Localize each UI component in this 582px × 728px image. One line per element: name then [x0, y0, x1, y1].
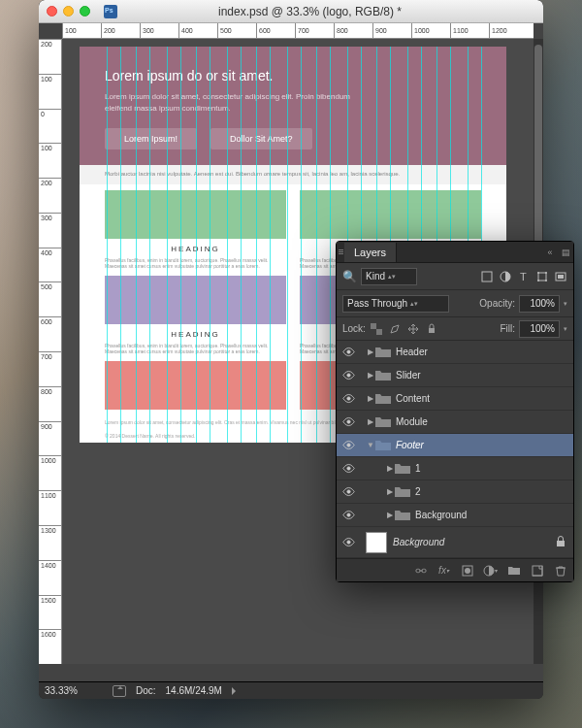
layer-filter-row: 🔍 Kind ▴▾ T: [337, 263, 573, 290]
layers-panel[interactable]: Layers « ▤ 🔍 Kind ▴▾ T Pass Through ▴▾ O…: [336, 241, 574, 582]
blend-opacity-row: Pass Through ▴▾ Opacity: 100% ▾: [337, 290, 573, 317]
filter-type-icon[interactable]: T: [516, 269, 531, 283]
svg-rect-0: [482, 272, 492, 281]
export-icon[interactable]: [113, 685, 126, 697]
fill-input[interactable]: 100%: [519, 320, 560, 338]
lock-transparency-icon[interactable]: [370, 321, 384, 336]
visibility-toggle-icon[interactable]: [337, 392, 360, 405]
layer-row-header[interactable]: ▶Header: [337, 341, 573, 364]
opacity-input[interactable]: 100%: [519, 295, 560, 313]
lock-pixels-icon[interactable]: [388, 321, 403, 336]
folder-icon: [375, 393, 391, 405]
filter-kind-select[interactable]: Kind ▴▾: [361, 268, 417, 285]
ruler-horizontal[interactable]: 100200300400500600700800900100011001200: [62, 23, 534, 39]
svg-rect-10: [371, 323, 376, 329]
content-block-purple: [105, 276, 286, 324]
layer-row-content[interactable]: ▶Content: [337, 387, 573, 411]
window-title: index.psd @ 33.3% (logo, RGB/8) *: [84, 5, 535, 18]
svg-point-17: [346, 444, 349, 447]
ruler-vertical[interactable]: 2001000100200300400500600700800900100011…: [39, 39, 62, 664]
visibility-toggle-icon[interactable]: [337, 439, 360, 451]
visibility-toggle-icon[interactable]: [337, 536, 360, 548]
zoom-readout[interactable]: 33.33%: [45, 685, 103, 696]
add-mask-icon[interactable]: [460, 563, 474, 578]
content-heading: HEADING: [105, 245, 286, 253]
svg-rect-29: [533, 566, 542, 576]
hero-button-2: Dollor Sit Amet?: [210, 128, 312, 149]
panel-close-icon[interactable]: «: [542, 248, 558, 257]
svg-rect-22: [557, 541, 565, 546]
visibility-toggle-icon[interactable]: [337, 369, 360, 381]
disclosure-right-icon[interactable]: ▶: [366, 394, 375, 403]
lock-position-icon[interactable]: [406, 321, 421, 336]
content-block-green: [105, 190, 286, 239]
doc-size-value: 14.6M/24.9M: [166, 685, 222, 696]
link-layers-icon[interactable]: [413, 563, 428, 578]
folder-icon: [395, 463, 410, 475]
layer-row-background[interactable]: ▶Background: [337, 504, 573, 527]
folder-icon: [375, 416, 391, 428]
opacity-value: 100%: [530, 298, 555, 309]
fill-label: Fill:: [500, 323, 515, 334]
svg-rect-12: [429, 328, 435, 333]
content-block-red: [105, 361, 286, 410]
delete-layer-icon[interactable]: [553, 563, 567, 578]
disclosure-right-icon[interactable]: ▶: [385, 511, 395, 519]
chevron-down-icon[interactable]: ▾: [564, 325, 567, 333]
filter-smart-icon[interactable]: [553, 269, 567, 283]
layer-row-2[interactable]: ▶2: [337, 480, 573, 504]
layer-row-footer[interactable]: ▼Footer: [337, 434, 573, 457]
blend-mode-value: Pass Through: [347, 298, 407, 309]
disclosure-right-icon[interactable]: ▶: [385, 487, 395, 496]
lock-label: Lock:: [342, 323, 366, 334]
blend-mode-select[interactable]: Pass Through ▴▾: [342, 295, 449, 313]
hero-body: Lorem ipsum dolor sit amet, consectetur …: [105, 91, 357, 115]
status-menu-icon[interactable]: [232, 687, 240, 695]
document-icon: [104, 5, 117, 18]
lock-fill-row: Lock: Fill: 100% ▾: [337, 317, 573, 341]
layers-tab[interactable]: Layers: [344, 243, 397, 262]
visibility-toggle-icon[interactable]: [337, 462, 360, 475]
svg-point-18: [346, 467, 349, 470]
folder-icon: [395, 510, 410, 521]
window-minimize-button[interactable]: [63, 6, 74, 17]
hero-subtext: Morbi auctor lacinia nisi vulputate. Aen…: [80, 165, 506, 184]
layer-row-slider[interactable]: ▶Slider: [337, 364, 573, 387]
layer-name: Background: [393, 537, 444, 547]
svg-point-6: [537, 280, 539, 281]
disclosure-down-icon[interactable]: ▼: [366, 441, 375, 449]
layer-fx-icon[interactable]: fx▾: [436, 563, 451, 578]
new-adjustment-icon[interactable]: ▾: [483, 563, 498, 578]
chevron-down-icon[interactable]: ▾: [564, 300, 567, 308]
svg-point-7: [545, 280, 547, 281]
new-group-icon[interactable]: [506, 563, 521, 578]
filter-pixel-icon[interactable]: [479, 269, 494, 283]
layer-name: Header: [396, 347, 428, 357]
new-layer-icon[interactable]: [530, 563, 544, 578]
visibility-toggle-icon[interactable]: [337, 485, 360, 498]
disclosure-right-icon[interactable]: ▶: [366, 347, 375, 356]
visibility-toggle-icon[interactable]: [337, 509, 360, 521]
visibility-toggle-icon[interactable]: [337, 415, 360, 428]
disclosure-right-icon[interactable]: ▶: [366, 371, 375, 380]
panel-menu-icon[interactable]: ▤: [558, 248, 573, 257]
layer-row-1[interactable]: ▶1: [337, 457, 573, 480]
hero-heading: Lorem ipsum do or sit amet.: [105, 68, 481, 83]
visibility-toggle-icon[interactable]: [337, 346, 360, 358]
layer-row-background[interactable]: Background: [337, 527, 573, 558]
panel-drag-handle[interactable]: [337, 249, 344, 254]
search-icon[interactable]: 🔍: [342, 270, 357, 283]
filter-adjust-icon[interactable]: [498, 269, 512, 283]
folder-icon: [375, 370, 391, 381]
filter-shape-icon[interactable]: [534, 269, 549, 283]
hero-button-1: Lorem Ipsum!: [105, 128, 197, 149]
svg-point-27: [465, 568, 470, 574]
window-close-button[interactable]: [47, 6, 57, 17]
lock-all-icon[interactable]: [425, 321, 439, 336]
layer-name: Content: [396, 393, 430, 404]
disclosure-right-icon[interactable]: ▶: [366, 417, 375, 426]
fill-value: 100%: [530, 323, 555, 334]
panel-footer: fx▾ ▾: [337, 558, 573, 581]
layer-row-module[interactable]: ▶Module: [337, 411, 573, 434]
disclosure-right-icon[interactable]: ▶: [385, 464, 395, 473]
